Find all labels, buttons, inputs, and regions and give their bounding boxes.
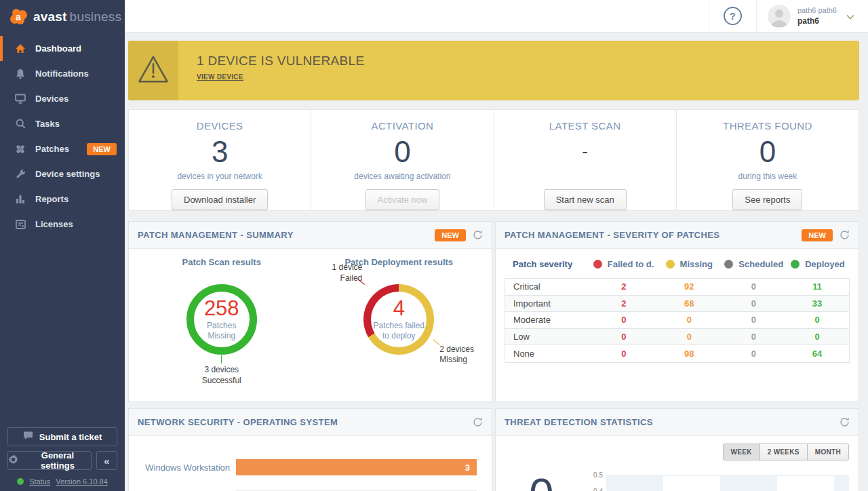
table-row: Low 0 0 0 0 [505,329,849,346]
collapse-sidebar-button[interactable]: « [96,451,117,470]
legend-deployed: Deployed [786,259,850,269]
range-2weeks-button[interactable]: 2 WEEKS [760,444,808,460]
green-dot-icon [791,260,800,269]
banner-title: 1 DEVICE IS VULNERABLE [197,54,364,68]
threat-count-value: 0 [529,469,554,491]
patches-failed-count: 4 [393,298,405,319]
legend-failed: Failed to d. [591,259,656,269]
version-link[interactable]: Version 6.10.84 [56,477,107,486]
refresh-icon[interactable] [473,230,483,240]
sidebar-item-label: Licenses [35,219,73,229]
svg-text:a: a [16,12,21,22]
refresh-icon[interactable] [473,417,483,427]
search-icon [14,119,26,130]
sidebar-item-label: Devices [35,94,68,104]
gear-icon [8,454,18,467]
sidebar-item-reports[interactable]: Reports [0,186,125,212]
stat-title: LATEST SCAN [549,120,621,132]
donut-label: Patches failed to deploy [372,321,426,341]
sidebar-item-device-settings[interactable]: Device settings [0,161,125,186]
range-month-button[interactable]: MONTH [807,444,849,460]
bar-chart-icon [14,194,26,205]
refresh-icon[interactable] [840,417,850,427]
help-icon: ? [724,7,742,25]
stat-value: 0 [760,132,776,172]
bar-label: Windows Workstation [129,463,236,473]
vulnerability-banner: 1 DEVICE IS VULNERABLE VIEW DEVICE [128,41,859,100]
user-fullname: path6 path6 [797,5,837,16]
chat-icon [23,431,33,442]
stat-subtitle: devices awaiting activation [354,172,450,183]
sidebar-nav: Dashboard Notifications Devices Tasks Pa… [0,36,125,237]
license-icon [14,219,26,230]
user-menu[interactable]: path6 path6 path6 [756,0,868,32]
missing-annotation: 2 devices Missing [439,345,488,366]
severity-legend: Patch severity Failed to d. Missing Sche… [505,259,850,269]
monitor-icon [14,94,26,104]
new-badge: NEW [87,143,117,155]
refresh-icon[interactable] [840,230,850,240]
os-bar-chart: Windows Workstation 3 [129,436,492,491]
stat-value: - [582,132,588,172]
patch-deployment-donut: 4 Patches failed to deploy 1 device Fail… [363,284,434,355]
windows-workstation-bar: 3 [236,459,477,475]
sidebar-item-label: Tasks [35,119,60,129]
see-reports-button[interactable]: See reports [732,189,802,210]
sidebar-item-patches[interactable]: Patches NEW [0,136,125,161]
bar-value: 3 [465,463,470,473]
home-icon [14,43,26,54]
sidebar-item-dashboard[interactable]: Dashboard [0,36,125,61]
submit-ticket-label: Submit a ticket [39,432,102,442]
card-title: NETWORK SECURITY - OPERATING SYSTEM [138,417,466,427]
patches-missing-count: 258 [204,298,239,319]
sidebar-item-label: Notifications [35,68,89,79]
range-week-button[interactable]: WEEK [723,444,760,460]
help-button[interactable]: ? [709,0,756,32]
legend-missing: Missing [656,259,722,269]
stat-subtitle: devices in your network [177,172,262,183]
table-row: Important 2 68 0 33 [505,296,849,313]
patch-summary-card: PATCH MANAGEMENT - SUMMARY NEW Patch Sca… [128,221,492,402]
start-new-scan-button[interactable]: Start new scan [544,189,627,210]
sidebar-item-tasks[interactable]: Tasks [0,111,125,136]
column-heading: Patch Scan results [182,257,261,267]
red-dot-icon [593,260,602,269]
bar-row: Windows Workstation 3 [129,459,477,475]
severity-table: Critical 2 92 0 11 Important 2 68 0 [505,278,850,363]
sidebar-item-devices[interactable]: Devices [0,86,125,111]
threat-detection-card: THREAT DETECTION STATISTICS WEEK 2 WEEKS… [495,408,859,491]
view-device-link[interactable]: VIEW DEVICE [197,73,243,81]
brand-suffix: business [70,9,122,24]
status-dot-icon [17,478,24,485]
status-link[interactable]: Status [29,477,50,486]
patch-deployment-results: Patch Deployment results 4 Patches faile… [311,257,488,386]
dashboard-content: 1 DEVICE IS VULNERABLE VIEW DEVICE DEVIC… [125,33,868,491]
stat-value: 3 [212,132,228,172]
stats-strip: DEVICES 3 devices in your network Downlo… [128,109,859,211]
stat-title: DEVICES [197,120,243,132]
general-settings-button[interactable]: General settings [7,451,92,470]
sidebar: a avastbusiness Dashboard Notifications … [0,0,125,491]
table-row: Critical 2 92 0 11 [505,279,849,296]
sidebar-item-label: Patches [35,144,69,154]
sidebar-item-label: Dashboard [35,43,81,54]
card-title: PATCH MANAGEMENT - SUMMARY [138,230,435,240]
y-axis-tick: 0.4 [585,488,603,491]
network-security-card: NETWORK SECURITY - OPERATING SYSTEM Wind… [128,408,492,491]
user-account: path6 [797,16,837,26]
stat-threats-found: THREATS FOUND 0 during this week See rep… [676,110,859,210]
submit-ticket-button[interactable]: Submit a ticket [7,427,117,446]
new-badge: NEW [802,229,833,241]
brand-name: avastbusiness [33,9,121,24]
download-installer-button[interactable]: Download installer [172,189,268,210]
sidebar-footer: Submit a ticket General settings « Statu… [0,420,125,491]
sidebar-item-notifications[interactable]: Notifications [0,61,125,86]
patch-icon [14,144,26,155]
stat-latest-scan: LATEST SCAN - Start new scan [494,110,676,210]
sidebar-item-licenses[interactable]: Licenses [0,212,125,237]
bell-icon [14,68,26,79]
threat-plot-grid [606,475,849,491]
main-area: ? path6 path6 path6 [125,0,868,491]
annotation-line [433,339,440,345]
stat-value: 0 [394,132,410,172]
